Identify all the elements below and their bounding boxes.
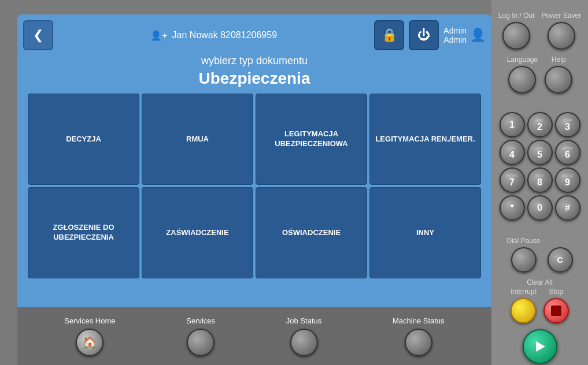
right-panel: Log In / Out Power Saver Language Help 1… [491, 0, 588, 365]
key-6[interactable]: MNO6 [555, 140, 580, 165]
dial-pause-label: Dial Pause [506, 237, 540, 245]
top-bar: ❮ 👤+ Jan Nowak 82081206959 🔒 ⏻ Admin Adm… [23, 20, 486, 50]
key-8[interactable]: TUV8 [527, 167, 553, 193]
doc-button-zgloszenie[interactable]: ZGŁOSZENIE DO UBEZPIECZENIA [28, 187, 139, 278]
services-button[interactable] [187, 329, 215, 356]
power-saver-button[interactable] [548, 22, 575, 50]
interrupt-label: Interrupt [511, 288, 537, 296]
stop-button[interactable] [543, 298, 569, 323]
bottom-nav: Services Home 🏠 Services Job Status Mach… [17, 307, 491, 365]
language-button[interactable] [508, 66, 536, 94]
user-name: Jan Nowak 82081206959 [172, 30, 277, 40]
job-status-button[interactable] [290, 329, 318, 356]
log-in-out-label: Log In / Out [498, 12, 535, 20]
stop-label: Stop [549, 288, 564, 296]
key-7[interactable]: PQRS7 [500, 167, 525, 193]
main-screen: ❮ 👤+ Jan Nowak 82081206959 🔒 ⏻ Admin Adm… [17, 14, 491, 309]
doc-button-rmua[interactable]: RMUA [142, 94, 253, 185]
user-icon: 👤+ [150, 30, 167, 41]
c-button[interactable]: C [548, 247, 573, 273]
stop-group: Stop [543, 288, 569, 323]
title-area: wybierz typ dokumentu Ubezpieczenia [23, 55, 486, 88]
start-icon [533, 340, 547, 353]
admin-info: Admin Admin 👤 [443, 26, 486, 44]
machine-status-label: Machine Status [393, 316, 445, 325]
key-1[interactable]: 1 [500, 112, 525, 137]
nav-job-status[interactable]: Job Status [286, 316, 321, 356]
doc-button-decyzja[interactable]: DECYZJA [28, 94, 139, 185]
key-star[interactable]: * [500, 195, 525, 221]
key-2[interactable]: ABC2 [527, 112, 553, 137]
services-home-label: Services Home [64, 316, 115, 325]
power-saver-label: Power Saver [542, 12, 582, 20]
job-status-label: Job Status [286, 316, 321, 325]
start-group: Start [523, 329, 557, 365]
back-button[interactable]: ❮ [23, 20, 53, 50]
language-label: Language [507, 55, 538, 64]
top-buttons-row: Log In / Out Power Saver [498, 12, 581, 50]
key-0[interactable]: 0 [527, 195, 553, 221]
key-3[interactable]: DEF3 [555, 112, 580, 137]
doc-button-legitymacja-ren[interactable]: LEGITYMACJA REN./EMER. [369, 94, 481, 185]
clear-all-label: Clear All [527, 278, 553, 286]
key-hash[interactable]: # [555, 195, 580, 221]
document-grid: DECYZJA RMUA LEGITYMACJA UBEZPIECZENIOWA… [28, 94, 481, 278]
keypad: 1 ABC2 DEF3 GHI4 JKL5 MNO6 PQRS7 TUV8 WX… [500, 112, 580, 221]
main-title: Ubezpieczenia [23, 69, 486, 88]
services-label: Services [186, 316, 215, 325]
top-right: 🔒 ⏻ Admin Admin 👤 [374, 20, 486, 50]
key-9[interactable]: WXYZ9 [555, 167, 580, 193]
nav-machine-status[interactable]: Machine Status [393, 316, 445, 356]
start-button[interactable] [523, 329, 557, 364]
clear-c-group: C [548, 247, 573, 273]
lang-help-row: Language Help [507, 55, 572, 94]
admin-label: Admin [443, 26, 467, 35]
dial-pause-group: Dial Pause [506, 237, 540, 273]
interrupt-button[interactable] [511, 298, 536, 323]
user-info: 👤+ Jan Nowak 82081206959 [150, 30, 277, 41]
lock-button[interactable]: 🔒 [374, 20, 404, 50]
interrupt-group: Interrupt [511, 288, 537, 323]
doc-button-zaswiadczenie[interactable]: ZAŚWIADCZENIE [142, 187, 253, 278]
services-home-button[interactable]: 🏠 [76, 329, 103, 356]
key-4[interactable]: GHI4 [500, 140, 525, 165]
doc-button-legitymacja-ubezpieczeniowa[interactable]: LEGITYMACJA UBEZPIECZENIOWA [256, 94, 367, 185]
stop-icon [551, 306, 561, 316]
help-group: Help [545, 55, 572, 94]
log-in-out-group: Log In / Out [498, 12, 535, 50]
help-label: Help [552, 55, 566, 64]
power-saver-group: Power Saver [542, 12, 582, 50]
key-5[interactable]: JKL5 [527, 140, 553, 165]
subtitle: wybierz typ dokumentu [23, 55, 486, 67]
doc-button-inny[interactable]: INNY [369, 187, 481, 278]
power-button[interactable]: ⏻ [409, 20, 439, 50]
svg-marker-0 [536, 341, 545, 352]
interrupt-stop-row: Interrupt Stop [511, 288, 569, 323]
help-button[interactable] [545, 66, 572, 94]
admin-role: Admin [443, 35, 467, 44]
nav-services[interactable]: Services [186, 316, 215, 356]
dial-c-row: Dial Pause C [506, 237, 572, 273]
nav-services-home[interactable]: Services Home 🏠 [64, 316, 115, 356]
doc-button-oswiadczenie[interactable]: OŚWIADCZENIE [256, 187, 367, 278]
language-group: Language [507, 55, 538, 94]
log-in-out-button[interactable] [502, 22, 530, 50]
dial-pause-button[interactable] [511, 247, 537, 273]
admin-icon: 👤 [470, 28, 486, 43]
machine-status-button[interactable] [405, 329, 432, 356]
